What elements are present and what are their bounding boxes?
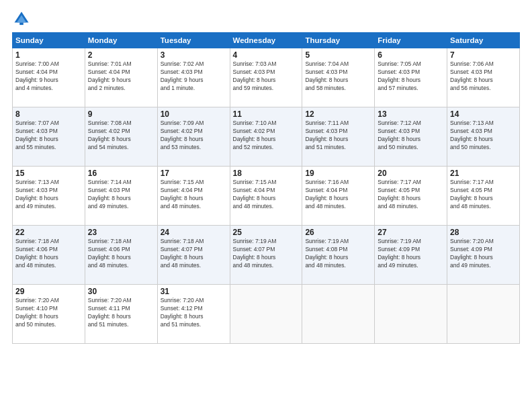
day-number: 16 (88, 169, 154, 178)
day-info: Sunrise: 7:12 AM Sunset: 4:03 PM Dayligh… (378, 120, 444, 152)
calendar-cell: 22Sunrise: 7:18 AM Sunset: 4:06 PM Dayli… (13, 226, 85, 285)
day-info: Sunrise: 7:16 AM Sunset: 4:04 PM Dayligh… (305, 179, 371, 211)
day-number: 3 (161, 50, 227, 60)
calendar-cell: 31Sunrise: 7:20 AM Sunset: 4:12 PM Dayli… (157, 285, 230, 344)
calendar-cell: 30Sunrise: 7:20 AM Sunset: 4:11 PM Dayli… (85, 285, 157, 344)
day-info: Sunrise: 7:07 AM Sunset: 4:03 PM Dayligh… (15, 120, 82, 152)
calendar-cell: 6Sunrise: 7:05 AM Sunset: 4:03 PM Daylig… (375, 48, 447, 107)
calendar-cell: 20Sunrise: 7:17 AM Sunset: 4:05 PM Dayli… (375, 167, 447, 226)
calendar-cell: 24Sunrise: 7:18 AM Sunset: 4:07 PM Dayli… (157, 226, 230, 285)
day-info: Sunrise: 7:17 AM Sunset: 4:05 PM Dayligh… (378, 179, 444, 211)
logo-icon (12, 9, 31, 28)
day-number: 10 (161, 109, 227, 119)
calendar-cell: 8Sunrise: 7:07 AM Sunset: 4:03 PM Daylig… (13, 107, 85, 167)
col-header-tuesday: Tuesday (157, 33, 230, 48)
day-number: 8 (15, 109, 82, 119)
svg-rect-2 (19, 23, 24, 26)
calendar-cell: 3Sunrise: 7:02 AM Sunset: 4:03 PM Daylig… (157, 48, 230, 107)
day-info: Sunrise: 7:18 AM Sunset: 4:06 PM Dayligh… (88, 238, 154, 270)
calendar-cell: 27Sunrise: 7:19 AM Sunset: 4:09 PM Dayli… (375, 226, 447, 285)
day-info: Sunrise: 7:18 AM Sunset: 4:06 PM Dayligh… (15, 238, 82, 270)
day-info: Sunrise: 7:02 AM Sunset: 4:03 PM Dayligh… (161, 60, 227, 93)
calendar-week-row: 22Sunrise: 7:18 AM Sunset: 4:06 PM Dayli… (13, 226, 520, 285)
calendar-cell: 26Sunrise: 7:19 AM Sunset: 4:08 PM Dayli… (302, 226, 375, 285)
col-header-wednesday: Wednesday (230, 33, 302, 48)
day-info: Sunrise: 7:14 AM Sunset: 4:03 PM Dayligh… (88, 179, 154, 211)
day-info: Sunrise: 7:19 AM Sunset: 4:09 PM Dayligh… (378, 238, 444, 270)
day-info: Sunrise: 7:20 AM Sunset: 4:10 PM Dayligh… (15, 297, 82, 329)
col-header-saturday: Saturday (447, 33, 520, 48)
day-info: Sunrise: 7:17 AM Sunset: 4:05 PM Dayligh… (450, 179, 517, 211)
calendar-cell: 2Sunrise: 7:01 AM Sunset: 4:04 PM Daylig… (85, 48, 157, 107)
calendar-cell: 7Sunrise: 7:06 AM Sunset: 4:03 PM Daylig… (447, 48, 520, 107)
day-number: 22 (15, 228, 82, 237)
col-header-thursday: Thursday (302, 33, 375, 48)
calendar-week-row: 8Sunrise: 7:07 AM Sunset: 4:03 PM Daylig… (13, 107, 520, 167)
day-info: Sunrise: 7:19 AM Sunset: 4:08 PM Dayligh… (305, 238, 371, 270)
day-number: 30 (88, 287, 154, 296)
calendar-cell: 14Sunrise: 7:13 AM Sunset: 4:03 PM Dayli… (447, 107, 520, 167)
calendar-cell: 18Sunrise: 7:15 AM Sunset: 4:04 PM Dayli… (230, 167, 302, 226)
calendar-cell: 23Sunrise: 7:18 AM Sunset: 4:06 PM Dayli… (85, 226, 157, 285)
day-number: 31 (161, 287, 227, 296)
calendar-cell: 17Sunrise: 7:15 AM Sunset: 4:04 PM Dayli… (157, 167, 230, 226)
header (12, 7, 520, 28)
day-number: 14 (450, 109, 517, 119)
calendar-cell: 19Sunrise: 7:16 AM Sunset: 4:04 PM Dayli… (302, 167, 375, 226)
day-number: 6 (378, 50, 444, 60)
day-info: Sunrise: 7:03 AM Sunset: 4:03 PM Dayligh… (233, 60, 300, 93)
calendar-cell: 5Sunrise: 7:04 AM Sunset: 4:03 PM Daylig… (302, 48, 375, 107)
day-number: 21 (450, 169, 517, 178)
calendar-cell: 21Sunrise: 7:17 AM Sunset: 4:05 PM Dayli… (447, 167, 520, 226)
calendar-cell (447, 285, 520, 344)
calendar-week-row: 15Sunrise: 7:13 AM Sunset: 4:03 PM Dayli… (13, 167, 520, 226)
day-number: 23 (88, 228, 154, 237)
day-number: 26 (305, 228, 371, 237)
day-number: 25 (233, 228, 300, 237)
day-info: Sunrise: 7:01 AM Sunset: 4:04 PM Dayligh… (88, 60, 154, 93)
calendar-cell: 13Sunrise: 7:12 AM Sunset: 4:03 PM Dayli… (375, 107, 447, 167)
day-info: Sunrise: 7:20 AM Sunset: 4:09 PM Dayligh… (450, 238, 517, 270)
day-info: Sunrise: 7:06 AM Sunset: 4:03 PM Dayligh… (450, 60, 517, 93)
day-number: 1 (15, 50, 82, 60)
day-number: 12 (305, 109, 371, 119)
day-number: 7 (450, 50, 517, 60)
day-number: 20 (378, 169, 444, 178)
day-info: Sunrise: 7:19 AM Sunset: 4:07 PM Dayligh… (233, 238, 300, 270)
calendar-cell: 29Sunrise: 7:20 AM Sunset: 4:10 PM Dayli… (13, 285, 85, 344)
day-number: 11 (233, 109, 300, 119)
day-number: 4 (233, 50, 300, 60)
day-number: 2 (88, 50, 154, 60)
day-number: 19 (305, 169, 371, 178)
day-number: 13 (378, 109, 444, 119)
day-number: 24 (161, 228, 227, 237)
col-header-sunday: Sunday (13, 33, 85, 48)
calendar-cell: 28Sunrise: 7:20 AM Sunset: 4:09 PM Dayli… (447, 226, 520, 285)
day-number: 18 (233, 169, 300, 178)
day-info: Sunrise: 7:00 AM Sunset: 4:04 PM Dayligh… (15, 60, 82, 93)
calendar-header-row: SundayMondayTuesdayWednesdayThursdayFrid… (13, 33, 520, 48)
day-info: Sunrise: 7:05 AM Sunset: 4:03 PM Dayligh… (378, 60, 444, 93)
calendar-cell: 25Sunrise: 7:19 AM Sunset: 4:07 PM Dayli… (230, 226, 302, 285)
calendar-cell: 4Sunrise: 7:03 AM Sunset: 4:03 PM Daylig… (230, 48, 302, 107)
day-info: Sunrise: 7:04 AM Sunset: 4:03 PM Dayligh… (305, 60, 371, 93)
calendar-cell: 10Sunrise: 7:09 AM Sunset: 4:02 PM Dayli… (157, 107, 230, 167)
day-number: 5 (305, 50, 371, 60)
day-info: Sunrise: 7:20 AM Sunset: 4:12 PM Dayligh… (161, 297, 227, 329)
day-info: Sunrise: 7:15 AM Sunset: 4:04 PM Dayligh… (233, 179, 300, 211)
calendar-cell (375, 285, 447, 344)
day-info: Sunrise: 7:13 AM Sunset: 4:03 PM Dayligh… (15, 179, 82, 211)
day-info: Sunrise: 7:20 AM Sunset: 4:11 PM Dayligh… (88, 297, 154, 329)
calendar-cell (230, 285, 302, 344)
calendar-cell: 15Sunrise: 7:13 AM Sunset: 4:03 PM Dayli… (13, 167, 85, 226)
col-header-friday: Friday (375, 33, 447, 48)
day-info: Sunrise: 7:13 AM Sunset: 4:03 PM Dayligh… (450, 120, 517, 152)
calendar-week-row: 29Sunrise: 7:20 AM Sunset: 4:10 PM Dayli… (13, 285, 520, 344)
calendar-cell: 16Sunrise: 7:14 AM Sunset: 4:03 PM Dayli… (85, 167, 157, 226)
day-number: 17 (161, 169, 227, 178)
day-number: 27 (378, 228, 444, 237)
calendar: SundayMondayTuesdayWednesdayThursdayFrid… (12, 32, 520, 344)
calendar-cell: 1Sunrise: 7:00 AM Sunset: 4:04 PM Daylig… (13, 48, 85, 107)
logo (12, 9, 33, 28)
day-info: Sunrise: 7:11 AM Sunset: 4:03 PM Dayligh… (305, 120, 371, 152)
